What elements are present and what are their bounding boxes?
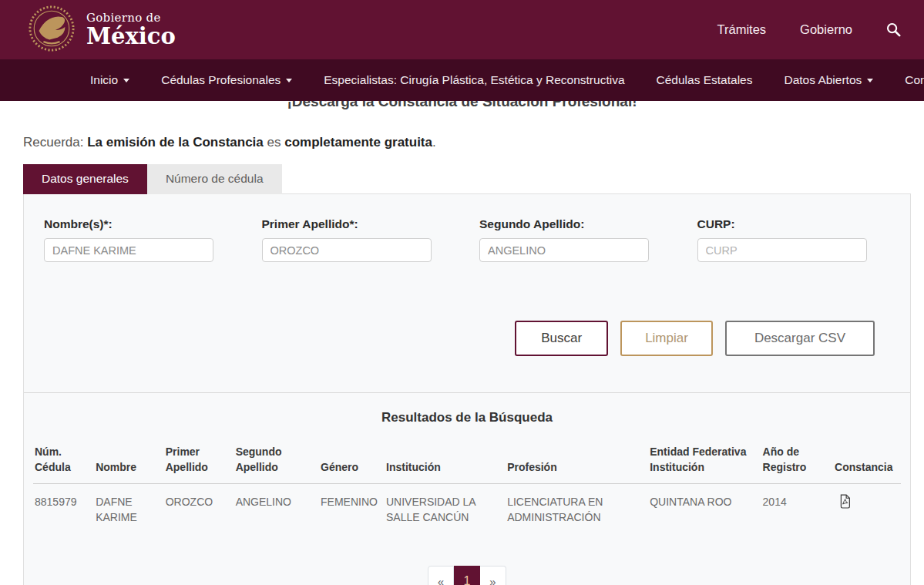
eagle-seal-icon (28, 5, 76, 55)
col-segundo-apellido: Segundo Apellido (234, 433, 319, 483)
cell-constancia (833, 483, 901, 535)
chevron-down-icon (286, 79, 292, 82)
nav-item-datos-abiertos[interactable]: Datos Abiertos (784, 73, 873, 87)
results-heading: Resultados de la Búsqueda (24, 410, 910, 425)
pdf-file-icon[interactable] (839, 494, 851, 513)
primer-apellido-label: Primer Apellido*: (262, 217, 455, 231)
cell-primer-apellido: OROZCO (164, 483, 234, 535)
nav-item-especialistas[interactable]: Especialistas: Cirugía Plástica, Estétic… (324, 73, 624, 87)
pagination-prev-button[interactable]: « (428, 566, 454, 585)
col-entidad-federativa: Entidad Federativa Institución (648, 433, 761, 483)
col-genero: Género (319, 433, 385, 483)
logo-line2: México (86, 25, 176, 48)
nav-item-inicio[interactable]: Inicio (90, 73, 129, 87)
col-anio-registro: Año de Registro (761, 433, 834, 483)
descargar-csv-button[interactable]: Descargar CSV (725, 321, 875, 356)
table-row: 8815979 DAFNE KARIME OROZCO ANGELINO FEM… (33, 483, 901, 535)
header-link-gobierno[interactable]: Gobierno (800, 22, 852, 37)
field-segundo-apellido: Segundo Apellido: (479, 217, 673, 262)
reminder-text: Recuerda: La emisión de la Constancia es… (23, 135, 901, 150)
col-primer-apellido: Primer Apellido (164, 433, 234, 483)
nombres-input[interactable] (44, 238, 213, 262)
segundo-apellido-label: Segundo Apellido: (479, 217, 673, 231)
nav-item-cedulas-estatales[interactable]: Cédulas Estatales (657, 73, 753, 87)
cell-num-cedula: 8815979 (33, 483, 94, 535)
chevron-down-icon (123, 79, 129, 82)
curp-label: CURP: (697, 217, 891, 231)
results-table: Núm. Cédula Nombre Primer Apellido Segun… (33, 433, 901, 535)
buscar-button[interactable]: Buscar (515, 321, 608, 356)
results-divider (24, 392, 910, 393)
cell-institucion: UNIVERSIDAD LA SALLE CANCÚN (385, 483, 506, 535)
logo-line1: Gobierno de (86, 12, 176, 24)
primer-apellido-input[interactable] (262, 238, 432, 262)
table-header-row: Núm. Cédula Nombre Primer Apellido Segun… (33, 433, 901, 483)
col-institucion: Institución (385, 433, 506, 483)
header-link-tramites[interactable]: Trámites (717, 22, 767, 37)
cell-segundo-apellido: ANGELINO (234, 483, 319, 535)
curp-input[interactable] (697, 238, 867, 262)
cell-genero: FEMENINO (319, 483, 385, 535)
field-primer-apellido: Primer Apellido*: (262, 217, 455, 262)
chevron-down-icon (867, 79, 873, 82)
nombres-label: Nombre(s)*: (44, 217, 237, 231)
cell-anio-registro: 2014 (761, 483, 834, 535)
limpiar-button[interactable]: Limpiar (620, 321, 713, 356)
nav-item-cedulas-profesionales[interactable]: Cédulas Profesionales (161, 73, 292, 87)
pagination-page-1[interactable]: 1 (454, 566, 480, 585)
main-navbar: Inicio Cédulas Profesionales Especialist… (0, 59, 924, 101)
cell-profesion: LICENCIATURA EN ADMINISTRACIÓN (506, 483, 648, 535)
header: Gobierno de México Trámites Gobierno (0, 0, 924, 59)
field-nombres: Nombre(s)*: (44, 217, 237, 262)
search-form: Nombre(s)*: Primer Apellido*: Segundo Ap… (24, 194, 910, 262)
col-profesion: Profesión (506, 433, 648, 483)
col-constancia: Constancia (833, 433, 901, 483)
pagination-next-button[interactable]: » (480, 566, 506, 585)
col-num-cedula: Núm. Cédula (33, 433, 94, 483)
gobierno-de-mexico-logo[interactable]: Gobierno de México (28, 5, 176, 55)
search-icon[interactable] (886, 22, 901, 37)
col-nombre: Nombre (94, 433, 164, 483)
cell-nombre: DAFNE KARIME (94, 483, 164, 535)
cell-entidad-federativa: QUINTANA ROO (648, 483, 761, 535)
field-curp: CURP: (697, 217, 891, 262)
search-tabs: Datos generales Número de cédula (23, 164, 901, 194)
header-links: Trámites Gobierno (717, 22, 906, 37)
main-content: ¡Descarga la Constancia de Situación Pro… (0, 93, 924, 585)
form-buttons: Buscar Limpiar Descargar CSV (24, 321, 875, 356)
search-panel: Nombre(s)*: Primer Apellido*: Segundo Ap… (23, 193, 911, 585)
nav-item-contacto[interactable]: Contacto (905, 73, 924, 87)
segundo-apellido-input[interactable] (479, 238, 649, 262)
pagination: « 1 » (24, 566, 910, 585)
tab-datos-generales[interactable]: Datos generales (23, 164, 147, 194)
tab-numero-de-cedula[interactable]: Número de cédula (147, 164, 282, 194)
